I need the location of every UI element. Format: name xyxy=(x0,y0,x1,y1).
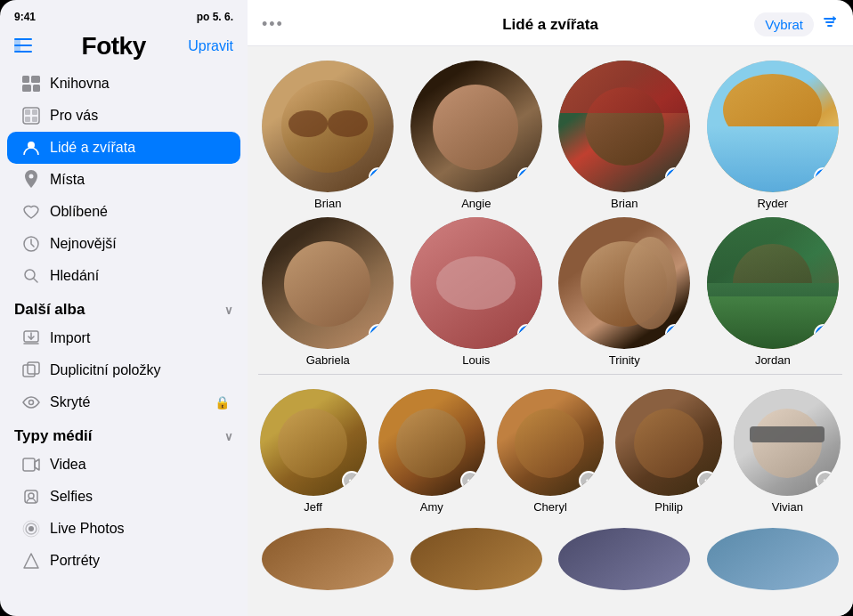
sidebar-item-skryte[interactable]: Skryté 🔒 xyxy=(7,386,240,418)
more-options-icon[interactable]: ••• xyxy=(262,15,284,34)
status-time: 9:41 xyxy=(14,11,36,23)
sidebar-item-duplicitni[interactable]: Duplicitní položky xyxy=(7,354,240,386)
person-item-partial-1[interactable] xyxy=(258,528,398,590)
sidebar-app-header: Fotky Upravit xyxy=(0,27,248,64)
photo-grid-icon xyxy=(21,74,41,93)
sidebar-item-videa[interactable]: Videa xyxy=(7,449,240,481)
svg-point-14 xyxy=(29,174,34,179)
people-row-1: ♥ Brian ♥ Angie xyxy=(258,61,842,210)
svg-point-16 xyxy=(25,270,35,280)
person-name-brian2: Brian xyxy=(611,197,638,210)
svg-point-23 xyxy=(28,493,34,498)
favorite-badge-ryder: ♥ xyxy=(814,167,833,187)
person-item-angie[interactable]: ♥ Angie xyxy=(407,61,547,210)
favorite-badge-angie: ♥ xyxy=(517,167,537,187)
person-avatar-cheryl: ♥ xyxy=(497,389,604,496)
pin-icon xyxy=(21,170,41,190)
status-date: po 5. 6. xyxy=(197,11,233,23)
sidebar-item-label: Skryté xyxy=(50,394,206,410)
person-item-partial-4[interactable] xyxy=(703,528,843,590)
select-button[interactable]: Vybrat xyxy=(754,12,814,36)
person-item-ryder[interactable]: ♥ Ryder xyxy=(703,61,843,210)
sidebar-nav-list: Knihovna Pro vás xyxy=(0,64,248,616)
sidebar-item-lide-a-zvirata[interactable]: Lidé a zvířata xyxy=(7,132,240,164)
person-name-gabriela: Gabriela xyxy=(306,353,350,367)
lock-icon: 🔒 xyxy=(215,395,230,409)
person-name-cheryl: Cheryl xyxy=(533,500,567,514)
section-title-typy-medii: Typy médií xyxy=(14,427,93,445)
main-page-title: Lidé a zvířata xyxy=(502,16,598,34)
section-title-dalsi-alba: Další alba xyxy=(14,301,85,319)
sidebar-item-pro-vas[interactable]: Pro vás xyxy=(7,100,240,132)
sidebar-toggle-icon[interactable] xyxy=(14,36,32,57)
sidebar-item-live-photos[interactable]: Live Photos xyxy=(7,513,240,545)
favorite-badge-jeff: ♥ xyxy=(342,471,362,490)
person-item-brian2[interactable]: ♥ Brian xyxy=(555,61,695,210)
svg-rect-11 xyxy=(25,117,30,122)
people-row-4-partial xyxy=(258,528,842,590)
favorite-badge-cheryl: ♥ xyxy=(579,471,598,490)
favorite-badge-gabriela: ♥ xyxy=(369,324,388,344)
sidebar-item-selfies[interactable]: Selfies xyxy=(7,481,240,513)
person-item-louis[interactable]: ♥ Louis xyxy=(407,217,547,367)
edit-button[interactable]: Upravit xyxy=(188,38,233,54)
chevron-down-icon-2: ∨ xyxy=(224,430,233,443)
person-name-brian1: Brian xyxy=(314,197,341,210)
favorite-badge-brian2: ♥ xyxy=(665,167,685,187)
main-header-actions: Vybrat xyxy=(754,12,839,36)
main-content: ••• Lidé a zvířata Vybrat xyxy=(248,0,853,616)
section-header-dalsi-alba[interactable]: Další alba ∨ xyxy=(0,292,248,322)
favorite-badge-amy: ♥ xyxy=(460,471,480,490)
person-avatar-gabriela: ♥ xyxy=(262,217,394,349)
svg-rect-19 xyxy=(28,362,39,374)
people-grid-area: ♥ Brian ♥ Angie xyxy=(248,46,853,616)
person-item-jeff[interactable]: ♥ Jeff xyxy=(258,389,368,514)
hidden-icon xyxy=(21,393,41,412)
sidebar-item-import[interactable]: Import xyxy=(7,322,240,354)
sidebar-item-label: Oblíbené xyxy=(50,204,230,220)
person-item-gabriela[interactable]: ♥ Gabriela xyxy=(258,217,398,367)
person-avatar-jordan: ♥ xyxy=(707,217,839,349)
person-item-cheryl[interactable]: ♥ Cheryl xyxy=(495,389,605,514)
person-item-amy[interactable]: ♥ Amy xyxy=(377,389,486,514)
person-name-ryder: Ryder xyxy=(757,197,788,210)
import-icon xyxy=(21,328,41,348)
person-name-angie: Angie xyxy=(461,197,491,210)
svg-rect-12 xyxy=(32,117,37,122)
svg-rect-6 xyxy=(22,85,31,92)
svg-rect-2 xyxy=(14,45,32,46)
sidebar-item-label: Videa xyxy=(50,457,230,473)
sidebar-item-portrety[interactable]: Portréty xyxy=(7,545,240,577)
section-header-typy-medii[interactable]: Typy médií ∨ xyxy=(0,418,248,449)
sidebar-item-hledani[interactable]: Hledání xyxy=(7,260,240,292)
svg-rect-1 xyxy=(14,38,32,40)
sidebar-item-knihovna[interactable]: Knihovna xyxy=(7,68,240,100)
svg-rect-9 xyxy=(25,109,30,115)
main-header: ••• Lidé a zvířata Vybrat xyxy=(248,0,853,46)
svg-point-24 xyxy=(28,526,34,531)
favorite-badge-philip: ♥ xyxy=(697,471,717,490)
sidebar-item-mista[interactable]: Místa xyxy=(7,164,240,196)
status-bar-area: 9:41 po 5. 6. xyxy=(0,0,248,27)
sidebar-item-oblibene[interactable]: Oblíbené xyxy=(7,196,240,228)
sort-button[interactable] xyxy=(821,13,839,36)
person-item-philip[interactable]: ♥ Philip xyxy=(614,389,724,514)
person-avatar-philip: ♥ xyxy=(615,389,722,496)
person-name-trinity: Trinity xyxy=(609,353,640,367)
sidebar-item-label: Live Photos xyxy=(50,521,230,537)
svg-rect-5 xyxy=(31,76,40,83)
person-item-partial-2[interactable] xyxy=(407,528,547,590)
person-name-louis: Louis xyxy=(462,353,490,367)
sidebar-item-label: Hledání xyxy=(50,268,230,284)
person-item-trinity[interactable]: ♥ Trinity xyxy=(555,217,695,367)
person-item-jordan[interactable]: ♥ Jordan xyxy=(703,217,843,367)
person-avatar-amy: ♥ xyxy=(378,389,485,496)
person-avatar-vivian: ♥ xyxy=(734,389,841,496)
person-item-vivian[interactable]: ♥ Vivian xyxy=(733,389,842,514)
person-item-partial-3[interactable] xyxy=(555,528,695,590)
heart-icon xyxy=(21,202,41,222)
favorite-badge-trinity: ♥ xyxy=(665,324,685,344)
sparkle-icon xyxy=(21,106,41,126)
sidebar-item-nejnovejsi[interactable]: Nejnovější xyxy=(7,228,240,260)
person-item-brian1[interactable]: ♥ Brian xyxy=(258,61,398,210)
